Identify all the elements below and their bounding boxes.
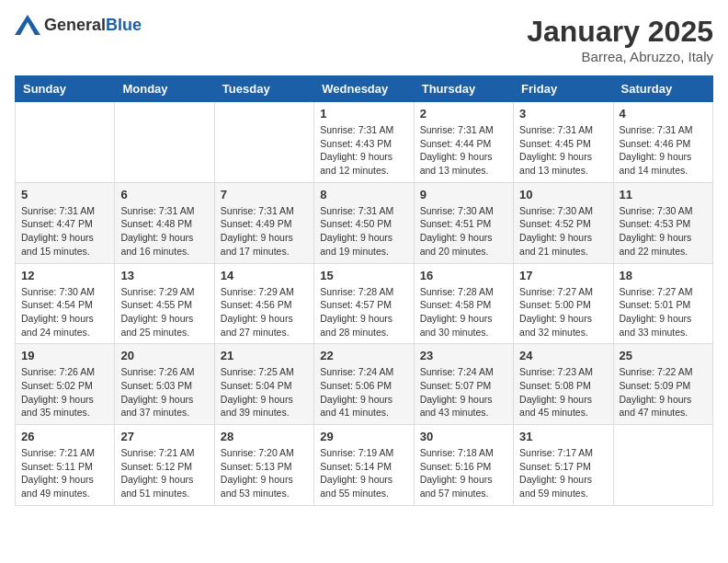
day-number: 12: [21, 269, 108, 282]
calendar-day-15: 15Sunrise: 7:28 AMSunset: 4:57 PMDayligh…: [314, 263, 414, 344]
day-info: Sunrise: 7:18 AMSunset: 5:16 PMDaylight:…: [420, 446, 507, 500]
calendar-week-row: 12Sunrise: 7:30 AMSunset: 4:54 PMDayligh…: [16, 263, 713, 344]
day-number: 18: [620, 269, 707, 282]
day-number: 7: [221, 188, 308, 201]
logo: GeneralBlue: [15, 15, 142, 35]
weekday-tuesday: Tuesday: [214, 76, 313, 102]
calendar-week-row: 26Sunrise: 7:21 AMSunset: 5:11 PMDayligh…: [16, 425, 713, 506]
day-number: 4: [620, 107, 707, 121]
calendar-day-3: 3Sunrise: 7:31 AMSunset: 4:45 PMDaylight…: [514, 102, 613, 183]
calendar-day-20: 20Sunrise: 7:26 AMSunset: 5:03 PMDayligh…: [115, 344, 214, 425]
calendar-week-row: 5Sunrise: 7:31 AMSunset: 4:47 PMDaylight…: [16, 182, 713, 263]
empty-cell: [16, 102, 115, 183]
logo-general: General: [44, 16, 106, 34]
empty-cell: [214, 102, 313, 183]
day-info: Sunrise: 7:31 AMSunset: 4:48 PMDaylight:…: [120, 204, 208, 259]
day-number: 20: [120, 349, 208, 362]
day-info: Sunrise: 7:31 AMSunset: 4:44 PMDaylight:…: [420, 123, 507, 178]
day-info: Sunrise: 7:17 AMSunset: 5:17 PMDaylight:…: [519, 446, 607, 500]
weekday-sunday: Sunday: [16, 76, 115, 102]
empty-cell: [115, 102, 214, 183]
calendar-day-4: 4Sunrise: 7:31 AMSunset: 4:46 PMDaylight…: [613, 102, 712, 183]
day-info: Sunrise: 7:22 AMSunset: 5:09 PMDaylight:…: [620, 365, 707, 419]
calendar-day-18: 18Sunrise: 7:27 AMSunset: 5:01 PMDayligh…: [613, 263, 712, 344]
calendar-day-6: 6Sunrise: 7:31 AMSunset: 4:48 PMDaylight…: [115, 182, 214, 263]
calendar-day-31: 31Sunrise: 7:17 AMSunset: 5:17 PMDayligh…: [514, 425, 613, 506]
weekday-thursday: Thursday: [414, 76, 513, 102]
calendar-day-8: 8Sunrise: 7:31 AMSunset: 4:50 PMDaylight…: [314, 182, 414, 263]
day-info: Sunrise: 7:30 AMSunset: 4:53 PMDaylight:…: [620, 204, 707, 259]
day-number: 17: [519, 269, 607, 282]
calendar-day-23: 23Sunrise: 7:24 AMSunset: 5:07 PMDayligh…: [414, 344, 513, 425]
day-number: 16: [420, 269, 507, 282]
day-info: Sunrise: 7:25 AMSunset: 5:04 PMDaylight:…: [221, 365, 308, 419]
calendar-day-22: 22Sunrise: 7:24 AMSunset: 5:06 PMDayligh…: [314, 344, 414, 425]
empty-cell: [613, 425, 712, 506]
calendar-table: SundayMondayTuesdayWednesdayThursdayFrid…: [15, 75, 713, 506]
calendar-day-16: 16Sunrise: 7:28 AMSunset: 4:58 PMDayligh…: [414, 263, 513, 344]
day-info: Sunrise: 7:24 AMSunset: 5:07 PMDaylight:…: [420, 365, 507, 419]
calendar-day-7: 7Sunrise: 7:31 AMSunset: 4:49 PMDaylight…: [214, 182, 313, 263]
calendar-day-5: 5Sunrise: 7:31 AMSunset: 4:47 PMDaylight…: [16, 182, 115, 263]
calendar-day-13: 13Sunrise: 7:29 AMSunset: 4:55 PMDayligh…: [115, 263, 214, 344]
calendar-day-12: 12Sunrise: 7:30 AMSunset: 4:54 PMDayligh…: [16, 263, 115, 344]
calendar-day-19: 19Sunrise: 7:26 AMSunset: 5:02 PMDayligh…: [16, 344, 115, 425]
day-info: Sunrise: 7:27 AMSunset: 5:01 PMDaylight:…: [620, 285, 707, 339]
day-number: 19: [21, 349, 108, 362]
day-number: 2: [420, 107, 507, 121]
day-info: Sunrise: 7:30 AMSunset: 4:51 PMDaylight:…: [420, 204, 507, 259]
day-info: Sunrise: 7:31 AMSunset: 4:47 PMDaylight:…: [21, 204, 108, 259]
day-info: Sunrise: 7:26 AMSunset: 5:03 PMDaylight:…: [120, 365, 208, 419]
day-number: 21: [221, 349, 308, 362]
day-info: Sunrise: 7:31 AMSunset: 4:45 PMDaylight:…: [519, 123, 607, 178]
day-info: Sunrise: 7:31 AMSunset: 4:43 PMDaylight:…: [320, 123, 407, 178]
calendar-week-row: 1Sunrise: 7:31 AMSunset: 4:43 PMDaylight…: [16, 102, 713, 183]
day-info: Sunrise: 7:31 AMSunset: 4:49 PMDaylight:…: [221, 204, 308, 259]
calendar-day-30: 30Sunrise: 7:18 AMSunset: 5:16 PMDayligh…: [414, 425, 513, 506]
day-number: 11: [620, 188, 707, 201]
day-number: 29: [320, 430, 407, 443]
calendar-location: Barrea, Abruzzo, Italy: [527, 49, 713, 64]
day-number: 22: [320, 349, 407, 362]
day-info: Sunrise: 7:30 AMSunset: 4:54 PMDaylight:…: [21, 285, 108, 339]
logo-blue: Blue: [106, 16, 142, 34]
day-number: 9: [420, 188, 507, 201]
weekday-header-row: SundayMondayTuesdayWednesdayThursdayFrid…: [16, 76, 713, 102]
weekday-friday: Friday: [514, 76, 613, 102]
day-info: Sunrise: 7:28 AMSunset: 4:57 PMDaylight:…: [320, 285, 407, 339]
weekday-wednesday: Wednesday: [314, 76, 414, 102]
day-info: Sunrise: 7:27 AMSunset: 5:00 PMDaylight:…: [519, 285, 607, 339]
day-info: Sunrise: 7:26 AMSunset: 5:02 PMDaylight:…: [21, 365, 108, 419]
day-number: 31: [519, 430, 607, 443]
day-number: 25: [620, 349, 707, 362]
calendar-day-9: 9Sunrise: 7:30 AMSunset: 4:51 PMDaylight…: [414, 182, 513, 263]
calendar-day-25: 25Sunrise: 7:22 AMSunset: 5:09 PMDayligh…: [613, 344, 712, 425]
day-info: Sunrise: 7:21 AMSunset: 5:11 PMDaylight:…: [21, 446, 108, 500]
day-number: 14: [221, 269, 308, 282]
calendar-day-11: 11Sunrise: 7:30 AMSunset: 4:53 PMDayligh…: [613, 182, 712, 263]
day-info: Sunrise: 7:29 AMSunset: 4:55 PMDaylight:…: [120, 285, 208, 339]
title-block: January 2025 Barrea, Abruzzo, Italy: [527, 15, 713, 64]
calendar-day-28: 28Sunrise: 7:20 AMSunset: 5:13 PMDayligh…: [214, 425, 313, 506]
day-info: Sunrise: 7:20 AMSunset: 5:13 PMDaylight:…: [221, 446, 308, 500]
day-number: 6: [120, 188, 208, 201]
calendar-day-26: 26Sunrise: 7:21 AMSunset: 5:11 PMDayligh…: [16, 425, 115, 506]
day-number: 27: [120, 430, 208, 443]
day-number: 26: [21, 430, 108, 443]
day-info: Sunrise: 7:21 AMSunset: 5:12 PMDaylight:…: [120, 446, 208, 500]
day-info: Sunrise: 7:28 AMSunset: 4:58 PMDaylight:…: [420, 285, 507, 339]
day-number: 23: [420, 349, 507, 362]
calendar-day-17: 17Sunrise: 7:27 AMSunset: 5:00 PMDayligh…: [514, 263, 613, 344]
calendar-day-1: 1Sunrise: 7:31 AMSunset: 4:43 PMDaylight…: [314, 102, 414, 183]
calendar-day-24: 24Sunrise: 7:23 AMSunset: 5:08 PMDayligh…: [514, 344, 613, 425]
calendar-day-2: 2Sunrise: 7:31 AMSunset: 4:44 PMDaylight…: [414, 102, 513, 183]
day-number: 5: [21, 188, 108, 201]
day-number: 8: [320, 188, 407, 201]
weekday-saturday: Saturday: [613, 76, 712, 102]
day-info: Sunrise: 7:31 AMSunset: 4:46 PMDaylight:…: [620, 123, 707, 178]
day-number: 3: [519, 107, 607, 121]
day-info: Sunrise: 7:24 AMSunset: 5:06 PMDaylight:…: [320, 365, 407, 419]
day-number: 30: [420, 430, 507, 443]
logo-icon: [15, 15, 40, 35]
day-number: 28: [221, 430, 308, 443]
